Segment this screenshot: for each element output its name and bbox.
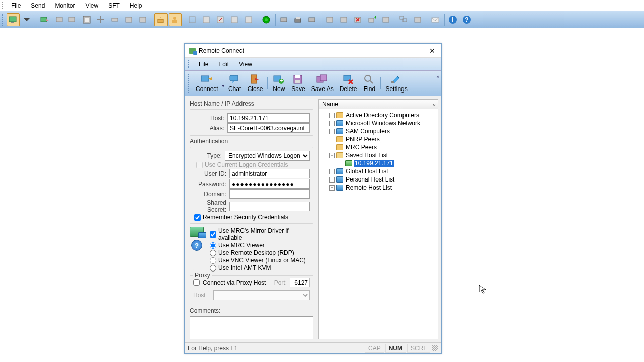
- save-as-button[interactable]: Save As: [308, 73, 337, 94]
- type-select[interactable]: Encrypted Windows Logon: [225, 151, 310, 161]
- tool-n-icon[interactable]: [412, 13, 425, 26]
- mirror-check[interactable]: [210, 231, 216, 238]
- dialog-menu-edit[interactable]: Edit: [213, 60, 234, 69]
- collapse-icon[interactable]: -: [329, 153, 335, 158]
- tree-item-label[interactable]: Global Host List: [345, 168, 389, 175]
- secret-input[interactable]: [229, 202, 310, 211]
- resize-grip-icon[interactable]: [432, 345, 438, 351]
- tree-item[interactable]: +Microsoft Windows Network: [320, 119, 437, 127]
- tree-item[interactable]: +Personal Host List: [320, 175, 437, 184]
- tree-item-label[interactable]: Remote Host List: [345, 184, 393, 191]
- tool-e-icon[interactable]: [200, 13, 213, 26]
- save-button[interactable]: Save: [288, 73, 308, 94]
- menu-monitor[interactable]: Monitor: [50, 1, 80, 10]
- expand-icon[interactable]: +: [329, 177, 335, 183]
- tree-item[interactable]: 10.199.21.171: [320, 159, 437, 167]
- tool-f-icon[interactable]: [214, 13, 227, 26]
- tool-b-icon[interactable]: [123, 13, 136, 26]
- proxy-check[interactable]: [193, 279, 200, 286]
- tree-item[interactable]: -Saved Host List: [320, 151, 437, 159]
- tool-del-icon[interactable]: [352, 13, 365, 26]
- remember-check[interactable]: [194, 214, 201, 221]
- expand-icon[interactable]: +: [329, 121, 335, 126]
- mrc-radio[interactable]: [210, 242, 216, 249]
- tree-item-label[interactable]: Personal Host List: [345, 176, 395, 183]
- close-icon[interactable]: ✕: [427, 46, 437, 56]
- dialog-menu-view[interactable]: View: [234, 60, 257, 69]
- expand-icon[interactable]: +: [329, 113, 335, 118]
- tool-print-icon[interactable]: [292, 13, 305, 26]
- host-tree[interactable]: +Active Directory Computers+Microsoft Wi…: [318, 109, 438, 339]
- menu-help[interactable]: Help: [125, 1, 147, 10]
- alias-input[interactable]: [227, 123, 310, 133]
- tool-move-icon[interactable]: [95, 13, 108, 26]
- vnc-radio[interactable]: [210, 257, 216, 264]
- tool-recv-icon[interactable]: [52, 13, 65, 26]
- connect-button[interactable]: Connect: [193, 73, 221, 94]
- tree-item-label[interactable]: MRC Peers: [345, 144, 378, 151]
- settings-button[interactable]: Settings: [382, 73, 410, 94]
- tool-h-icon[interactable]: [243, 13, 256, 26]
- tool-user-icon[interactable]: [169, 13, 182, 26]
- delete-button[interactable]: Delete: [337, 73, 360, 94]
- tool-info-icon[interactable]: i: [447, 13, 460, 26]
- tool-lock-icon[interactable]: [154, 13, 168, 26]
- port-input[interactable]: [290, 278, 310, 287]
- expand-icon[interactable]: +: [329, 169, 335, 174]
- tool-a-icon[interactable]: [109, 13, 122, 26]
- menu-sft[interactable]: SFT: [103, 1, 125, 10]
- domain-input[interactable]: [229, 189, 310, 199]
- tree-item-label[interactable]: Active Directory Computers: [345, 112, 420, 119]
- menu-file[interactable]: File: [6, 1, 26, 10]
- tree-item-label[interactable]: Microsoft Windows Network: [345, 120, 421, 127]
- userid-input[interactable]: [229, 169, 310, 178]
- tool-help-icon[interactable]: ?: [461, 13, 474, 26]
- tree-item[interactable]: +Global Host List: [320, 167, 437, 175]
- expand-icon[interactable]: +: [329, 129, 335, 134]
- host-input[interactable]: [227, 113, 310, 123]
- tool-windows-icon[interactable]: [397, 13, 411, 26]
- tool-j-icon[interactable]: [306, 13, 319, 26]
- close-button[interactable]: Close: [245, 73, 266, 94]
- tool-send-icon[interactable]: [38, 13, 51, 26]
- tool-l-icon[interactable]: [338, 13, 351, 26]
- tree-item-label[interactable]: Saved Host List: [345, 152, 389, 159]
- tool-g-icon[interactable]: [228, 13, 242, 26]
- rdp-radio[interactable]: [210, 250, 216, 256]
- name-column-header[interactable]: Name ⅴ: [318, 99, 438, 109]
- tool-dropdown-icon[interactable]: [21, 13, 34, 26]
- tree-item-label[interactable]: PNRP Peers: [345, 136, 381, 143]
- tree-item[interactable]: +Active Directory Computers: [320, 111, 437, 119]
- help-icon[interactable]: ?: [191, 240, 202, 251]
- tool-up-icon[interactable]: [366, 13, 379, 26]
- toolbar-overflow-icon[interactable]: »: [436, 74, 439, 79]
- connect-dropdown-icon[interactable]: ▼: [221, 84, 225, 96]
- tool-reload-icon[interactable]: [260, 13, 273, 26]
- expand-icon[interactable]: +: [329, 185, 335, 191]
- dialog-titlebar[interactable]: Remote Connect ✕: [185, 44, 441, 58]
- password-input[interactable]: [229, 179, 310, 189]
- tool-c-icon[interactable]: [137, 13, 150, 26]
- tree-item[interactable]: MRC Peers: [320, 143, 437, 151]
- chat-button[interactable]: Chat: [225, 73, 245, 94]
- tool-d-icon[interactable]: [186, 13, 199, 26]
- tool-fit-icon[interactable]: [80, 13, 94, 26]
- tree-item-label[interactable]: SAM Computers: [345, 128, 391, 135]
- tree-item[interactable]: PNRP Peers: [320, 135, 437, 143]
- menu-send[interactable]: Send: [26, 1, 50, 10]
- amt-radio[interactable]: [210, 265, 216, 272]
- find-button[interactable]: Find: [360, 73, 379, 94]
- tool-mail-icon[interactable]: [429, 13, 442, 26]
- tool-i-icon[interactable]: [278, 13, 291, 26]
- tool-disconnect-icon[interactable]: [66, 13, 79, 26]
- tool-monitor-icon[interactable]: [7, 13, 20, 26]
- dialog-menu-file[interactable]: File: [194, 60, 213, 69]
- menu-view[interactable]: View: [80, 1, 103, 10]
- tool-k-icon[interactable]: [324, 13, 337, 26]
- comments-input[interactable]: [190, 316, 313, 339]
- new-button[interactable]: + New: [269, 73, 288, 94]
- tree-item[interactable]: +Remote Host List: [320, 184, 437, 192]
- tree-item-label[interactable]: 10.199.21.171: [354, 160, 394, 167]
- tree-item[interactable]: +SAM Computers: [320, 127, 437, 135]
- tool-m-icon[interactable]: [380, 13, 393, 26]
